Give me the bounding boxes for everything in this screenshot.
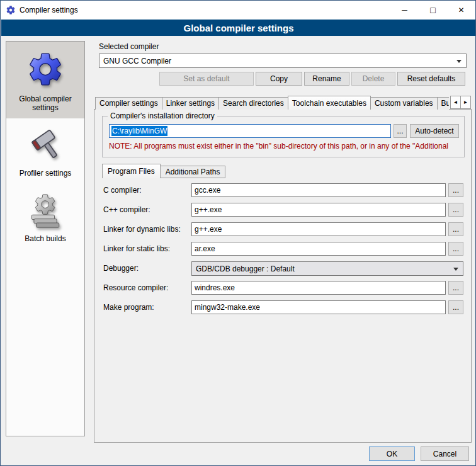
program-files-tabs: Program Files Additional Paths — [102, 164, 225, 178]
settings-tabs: Compiler settings Linker settings Search… — [95, 95, 449, 110]
field-row-linker-dynamic: Linker for dynamic libs: ... — [94, 222, 471, 236]
tab-linker-settings[interactable]: Linker settings — [162, 97, 219, 110]
copy-button[interactable]: Copy — [256, 72, 302, 86]
chevron-down-icon — [456, 60, 462, 63]
installation-directory-value: C:\raylib\MinGW — [111, 126, 167, 136]
chevron-down-icon — [453, 268, 458, 271]
linker-dynamic-input[interactable] — [191, 222, 446, 236]
sidebar-item-global-compiler-settings[interactable]: Global compiler settings — [6, 42, 84, 118]
linker-dynamic-label: Linker for dynamic libs: — [103, 222, 181, 236]
c-compiler-input[interactable] — [191, 183, 446, 197]
app-icon — [6, 5, 16, 15]
c-compiler-label: C compiler: — [103, 183, 142, 197]
tab-build-options[interactable]: Build — [437, 97, 449, 110]
auto-detect-button[interactable]: Auto-detect — [410, 124, 459, 138]
field-row-make-program: Make program: ... — [94, 300, 471, 314]
minimize-icon[interactable]: ─ — [390, 1, 419, 20]
resource-compiler-label: Resource compiler: — [103, 281, 168, 295]
installation-directory-input[interactable]: C:\raylib\MinGW — [109, 124, 391, 138]
c-compiler-browse-button[interactable]: ... — [448, 183, 463, 197]
make-program-label: Make program: — [103, 300, 154, 314]
cpp-compiler-input[interactable] — [191, 203, 446, 217]
rename-button[interactable]: Rename — [304, 72, 349, 86]
debugger-label: Debugger: — [103, 261, 139, 275]
tab-toolchain-executables[interactable]: Toolchain executables — [288, 96, 371, 110]
window-title: Compiler settings — [20, 6, 390, 14]
linker-dynamic-browse-button[interactable]: ... — [448, 222, 463, 236]
debugger-value: GDB/CDB debugger : Default — [196, 264, 295, 273]
compiler-actions: Set as default Copy Rename Delete Reset … — [159, 72, 465, 86]
tab-program-files[interactable]: Program Files — [102, 164, 161, 178]
ok-button[interactable]: OK — [369, 446, 415, 461]
linker-static-input[interactable] — [191, 242, 446, 256]
tab-scroll-right-icon[interactable]: ► — [460, 96, 471, 109]
tab-scroll-buttons: ◄ ► — [450, 96, 471, 109]
tab-additional-paths[interactable]: Additional Paths — [160, 166, 226, 178]
selected-compiler-dropdown[interactable]: GNU GCC Compiler — [99, 54, 467, 68]
installation-directory-group-title: Compiler's installation directory — [108, 111, 217, 120]
selected-compiler-label: Selected compiler — [99, 42, 159, 51]
delete-button[interactable]: Delete — [351, 72, 395, 86]
close-icon[interactable]: ✕ — [447, 1, 475, 20]
toolchain-executables-panel: Compiler's installation directory C:\ray… — [94, 109, 472, 443]
sidebar-item-label: Profiler settings — [20, 169, 72, 178]
reset-defaults-button[interactable]: Reset defaults — [397, 72, 465, 86]
make-program-browse-button[interactable]: ... — [448, 300, 463, 314]
blue-gear-icon — [26, 50, 65, 89]
sidebar-item-batch-builds[interactable]: Batch builds — [6, 184, 84, 249]
debugger-dropdown[interactable]: GDB/CDB debugger : Default — [191, 261, 463, 276]
installation-directory-group: Compiler's installation directory C:\ray… — [102, 116, 465, 157]
field-row-c-compiler: C compiler: ... — [94, 183, 471, 197]
make-program-input[interactable] — [191, 300, 446, 314]
field-row-cpp-compiler: C++ compiler: ... — [94, 203, 471, 217]
sidebar-item-label: Global compiler settings — [9, 94, 82, 112]
selected-compiler-value: GNU GCC Compiler — [103, 57, 171, 65]
bin-subdirectory-note: NOTE: All programs must exist either in … — [109, 142, 462, 151]
resource-compiler-browse-button[interactable]: ... — [448, 281, 463, 295]
tab-search-directories[interactable]: Search directories — [218, 97, 288, 110]
resource-compiler-input[interactable] — [191, 281, 446, 295]
sidebar-item-profiler-settings[interactable]: Profiler settings — [6, 118, 84, 184]
field-row-debugger: Debugger: GDB/CDB debugger : Default — [94, 261, 471, 275]
settings-category-sidebar: Global compiler settings Profiler settin… — [6, 41, 85, 436]
linker-static-label: Linker for static libs: — [103, 242, 170, 256]
set-as-default-button[interactable]: Set as default — [159, 72, 254, 86]
cpp-compiler-browse-button[interactable]: ... — [448, 203, 463, 217]
title-bar: Compiler settings ─ □ ✕ — [1, 1, 475, 20]
compiler-settings-window: Compiler settings ─ □ ✕ Global compiler … — [0, 0, 476, 466]
field-row-linker-static: Linker for static libs: ... — [94, 242, 471, 256]
cpp-compiler-label: C++ compiler: — [103, 203, 150, 217]
maximize-icon[interactable]: □ — [419, 1, 447, 20]
page-title: Global compiler settings — [1, 20, 476, 36]
installation-directory-browse-button[interactable]: ... — [394, 124, 407, 138]
tab-compiler-settings[interactable]: Compiler settings — [95, 97, 162, 110]
tab-custom-variables[interactable]: Custom variables — [370, 97, 438, 110]
linker-static-browse-button[interactable]: ... — [448, 242, 463, 256]
sidebar-item-label: Batch builds — [25, 234, 65, 243]
gray-gear-stack-icon — [27, 192, 64, 229]
field-row-resource-compiler: Resource compiler: ... — [94, 281, 471, 295]
tab-scroll-left-icon[interactable]: ◄ — [450, 96, 461, 109]
hammer-icon — [27, 127, 64, 163]
cancel-button[interactable]: Cancel — [421, 446, 469, 461]
